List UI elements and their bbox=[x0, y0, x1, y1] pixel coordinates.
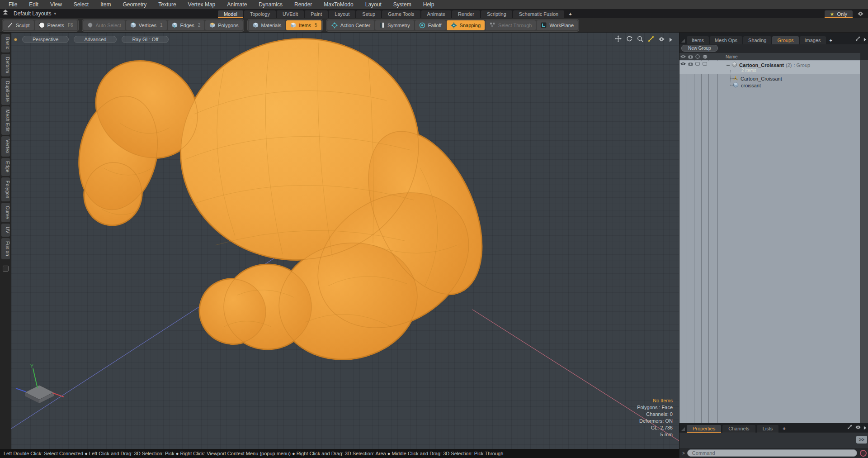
viewport-raygl-button[interactable]: Ray GL: Off bbox=[122, 36, 169, 43]
menu-item-vertex-map[interactable]: Vertex Map bbox=[182, 1, 222, 8]
gear-icon[interactable] bbox=[855, 424, 861, 432]
menu-item-system[interactable]: System bbox=[387, 1, 417, 8]
add-layout-tab-button[interactable]: + bbox=[565, 10, 575, 18]
viewport-projection-button[interactable]: Perspective bbox=[22, 36, 69, 43]
menu-item-view[interactable]: View bbox=[44, 1, 68, 8]
maximize-icon[interactable] bbox=[648, 36, 654, 44]
menu-item-texture[interactable]: Texture bbox=[152, 1, 182, 8]
layout-tab-schematic-fusion[interactable]: Schematic Fusion bbox=[513, 10, 564, 18]
panel-corner-icon[interactable] bbox=[681, 36, 685, 44]
layout-tab-layout[interactable]: Layout bbox=[329, 10, 355, 18]
auto-select-button[interactable]: Auto Select bbox=[83, 20, 125, 30]
action-center-button[interactable]: Action Center bbox=[327, 20, 375, 30]
panel-corner-icon[interactable] bbox=[681, 425, 685, 433]
menu-item-edit[interactable]: Edit bbox=[23, 1, 44, 8]
row-checkbox-2[interactable] bbox=[701, 62, 708, 66]
panel-scroll-gutter[interactable] bbox=[860, 60, 868, 423]
tab-items[interactable]: Items bbox=[687, 36, 709, 44]
layout-tab-scripting[interactable]: Scripting bbox=[481, 10, 512, 18]
palette-toggle-icon[interactable] bbox=[3, 266, 9, 272]
add-panel-tab-button[interactable]: + bbox=[827, 36, 835, 44]
layout-tab-uvedit[interactable]: UVEdit bbox=[277, 10, 304, 18]
layout-tab-paint[interactable]: Paint bbox=[305, 10, 328, 18]
tab-channels[interactable]: Channels bbox=[722, 425, 755, 433]
layout-tab-topology[interactable]: Topology bbox=[244, 10, 276, 18]
expand-properties-button[interactable]: >> bbox=[856, 436, 867, 444]
layout-tab-setup[interactable]: Setup bbox=[356, 10, 381, 18]
layout-tab-render[interactable]: Render bbox=[452, 10, 480, 18]
panel-menu-arrow-icon[interactable] bbox=[863, 424, 867, 432]
gear-icon[interactable] bbox=[853, 11, 868, 18]
left-tab-polygon[interactable]: Polygon bbox=[1, 177, 10, 202]
viewport-thumb-dot-icon[interactable] bbox=[14, 38, 17, 41]
expand-panel-icon[interactable] bbox=[855, 35, 861, 43]
add-properties-tab-button[interactable]: + bbox=[780, 425, 788, 433]
tab-mesh-ops[interactable]: Mesh Ops bbox=[710, 36, 742, 44]
vertices-mode-button[interactable]: Vertices 1 bbox=[126, 20, 167, 30]
collapse-ui-icon[interactable] bbox=[0, 9, 11, 18]
menu-item-dynamics[interactable]: Dynamics bbox=[253, 1, 288, 8]
panel-menu-arrow-icon[interactable] bbox=[863, 35, 867, 43]
rotate-icon[interactable] bbox=[626, 36, 632, 44]
falloff-button[interactable]: Falloff bbox=[415, 20, 446, 30]
only-layout-toggle[interactable]: ★ Only bbox=[825, 10, 853, 18]
command-history-arrow-icon[interactable]: > bbox=[679, 451, 687, 456]
menu-item-file[interactable]: File bbox=[3, 1, 23, 8]
lock-column-icon[interactable] bbox=[694, 54, 701, 59]
snapping-button[interactable]: Snapping bbox=[447, 20, 485, 30]
left-tab-duplicate[interactable]: Duplicate bbox=[1, 78, 10, 105]
expand-panel-icon[interactable] bbox=[847, 424, 853, 432]
layout-tab-model[interactable]: Model bbox=[218, 10, 243, 18]
materials-mode-button[interactable]: Materials bbox=[249, 20, 286, 30]
edges-mode-button[interactable]: Edges 2 bbox=[168, 20, 205, 30]
zoom-icon[interactable] bbox=[637, 36, 643, 44]
group-tree-list[interactable]: Cartoon_Croissant (2) : Group 2 Items Ca… bbox=[679, 60, 860, 423]
items-mode-button[interactable]: Items 5 bbox=[286, 20, 321, 30]
left-tab-basic[interactable]: Basic bbox=[1, 34, 10, 52]
default-layouts-dropdown[interactable]: Default Layouts ▾ bbox=[11, 10, 59, 18]
render-column-icon[interactable] bbox=[687, 55, 694, 59]
presets-button[interactable]: Presets F6 bbox=[35, 20, 77, 30]
left-tab-fusion[interactable]: Fusion bbox=[1, 238, 10, 259]
left-tab-uv[interactable]: UV bbox=[1, 224, 10, 237]
menu-item-geometry[interactable]: Geometry bbox=[117, 1, 153, 8]
layout-tab-game-tools[interactable]: Game Tools bbox=[382, 10, 420, 18]
menu-item-select[interactable]: Select bbox=[68, 1, 94, 8]
new-group-button[interactable]: New Group bbox=[681, 45, 718, 52]
polygons-mode-button[interactable]: Polygons bbox=[205, 20, 242, 30]
select-through-button[interactable]: Select Through bbox=[486, 20, 536, 30]
item-row-cartoon-croissant[interactable]: Cartoon_Croissant bbox=[733, 75, 782, 82]
tab-groups[interactable]: Groups bbox=[772, 36, 798, 44]
viewport-3d[interactable]: Y Perspective Advanced Ray GL: Off No It… bbox=[11, 33, 679, 449]
filter-column-cube-icon[interactable] bbox=[701, 54, 708, 59]
group-row-cartoon-croissant[interactable]: Cartoon_Croissant (2) : Group 2 Items bbox=[679, 61, 860, 74]
workplane-button[interactable]: WorkPlane bbox=[537, 20, 578, 30]
viewport-shading-button[interactable]: Advanced bbox=[74, 36, 117, 43]
macro-record-button[interactable] bbox=[860, 450, 867, 457]
menu-item-render[interactable]: Render bbox=[288, 1, 318, 8]
item-row-croissant[interactable]: croissant bbox=[733, 82, 761, 89]
command-input[interactable] bbox=[687, 449, 857, 457]
menu-item-animate[interactable]: Animate bbox=[221, 1, 253, 8]
menu-item-maxtomodo[interactable]: MaxToModo bbox=[318, 1, 359, 8]
left-tab-vertex[interactable]: Vertex bbox=[1, 136, 10, 157]
left-tab-mesh-edit[interactable]: Mesh Edit bbox=[1, 106, 10, 135]
tab-properties[interactable]: Properties bbox=[687, 425, 721, 433]
left-tab-deform[interactable]: Deform bbox=[1, 54, 10, 76]
menu-item-layout[interactable]: Layout bbox=[359, 1, 387, 8]
left-tab-edge[interactable]: Edge bbox=[1, 158, 10, 176]
symmetry-button[interactable]: Symmetry bbox=[375, 20, 414, 30]
sculpt-button[interactable]: Sculpt bbox=[3, 20, 34, 30]
gear-icon[interactable] bbox=[659, 36, 665, 44]
tab-shading[interactable]: Shading bbox=[743, 36, 771, 44]
tab-images[interactable]: Images bbox=[800, 36, 826, 44]
pan-icon[interactable] bbox=[615, 35, 622, 44]
left-tab-curve[interactable]: Curve bbox=[1, 203, 10, 222]
menu-item-help[interactable]: Help bbox=[417, 1, 440, 8]
row-render-icon[interactable] bbox=[687, 62, 694, 66]
viewport-3d-canvas[interactable]: Y bbox=[11, 33, 679, 449]
row-visibility-eye-icon[interactable] bbox=[679, 62, 687, 66]
viewport-menu-arrow-icon[interactable] bbox=[669, 36, 673, 44]
row-checkbox-1[interactable] bbox=[694, 62, 701, 66]
menu-item-item[interactable]: Item bbox=[94, 1, 117, 8]
